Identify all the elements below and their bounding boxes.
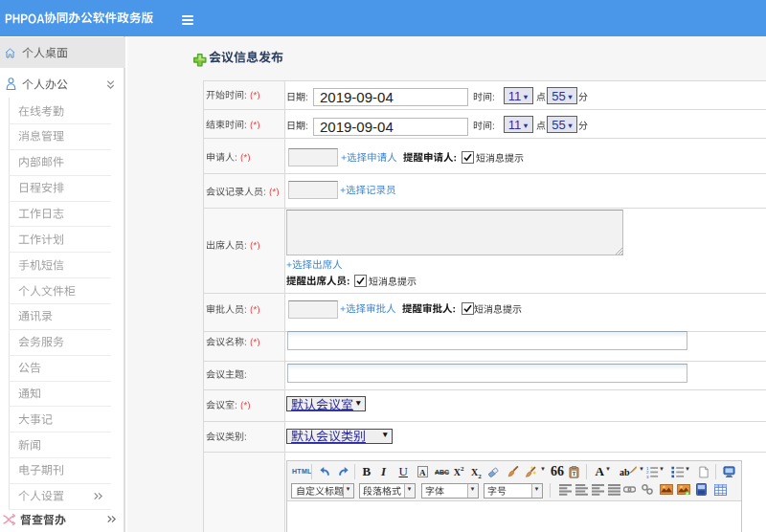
svg-text:T: T — [573, 471, 576, 477]
svg-text:3: 3 — [646, 475, 649, 478]
